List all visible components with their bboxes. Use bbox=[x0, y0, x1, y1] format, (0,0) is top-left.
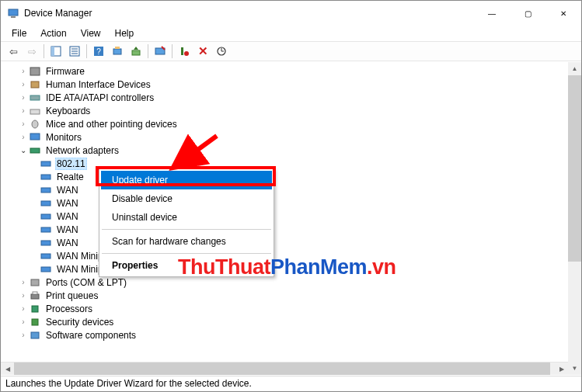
tree-node-ide[interactable]: ›IDE ATA/ATAPI controllers bbox=[7, 91, 581, 104]
monitor-icon bbox=[29, 132, 41, 143]
tree-node-adapter-wan[interactable]: WAN bbox=[7, 210, 581, 223]
tree-node-keyboards[interactable]: ›Keyboards bbox=[7, 104, 581, 117]
network-icon bbox=[29, 145, 41, 156]
toolbar: ⇦ ⇨ ? ✕ bbox=[1, 41, 581, 61]
disable-device-button[interactable] bbox=[151, 43, 169, 60]
menu-file[interactable]: File bbox=[5, 26, 33, 40]
hscroll-thumb[interactable] bbox=[14, 363, 550, 375]
context-menu: Update driver Disable device Uninstall d… bbox=[99, 168, 274, 277]
svg-rect-19 bbox=[30, 95, 40, 100]
tree-node-hid[interactable]: ›Human Interface Devices bbox=[7, 78, 581, 91]
adapter-icon bbox=[40, 211, 52, 222]
tree-node-ports[interactable]: ›Ports (COM & LPT) bbox=[7, 276, 581, 289]
adapter-icon bbox=[40, 224, 52, 235]
software-icon bbox=[29, 330, 41, 341]
vertical-scrollbar[interactable]: ▲ ▼ bbox=[568, 62, 581, 375]
tree-node-adapter-wan[interactable]: WAN bbox=[7, 196, 581, 210]
uninstall-device-button[interactable] bbox=[175, 43, 193, 60]
delete-button[interactable]: ✕ bbox=[193, 43, 212, 60]
menu-view[interactable]: View bbox=[75, 26, 107, 40]
svg-rect-0 bbox=[9, 9, 18, 16]
tree-node-adapter-realtek[interactable]: Realte bbox=[7, 170, 581, 183]
tree-node-security[interactable]: ›Security devices bbox=[7, 315, 581, 328]
svg-rect-18 bbox=[31, 82, 39, 88]
statusbar: Launches the Update Driver Wizard for th… bbox=[1, 376, 581, 391]
minimize-button[interactable]: — bbox=[474, 1, 510, 26]
scan-hardware-button[interactable] bbox=[108, 43, 127, 60]
tree-node-adapter-wan-sstp[interactable]: WAN Miniport (SSTP) bbox=[7, 262, 581, 276]
help-button[interactable]: ? bbox=[89, 43, 108, 60]
tree-node-monitors[interactable]: ›Monitors bbox=[7, 130, 581, 144]
tree-node-adapter-wan[interactable]: WAN bbox=[7, 223, 581, 236]
scroll-down-button[interactable]: ▼ bbox=[568, 362, 581, 375]
menu-action[interactable]: Action bbox=[34, 26, 72, 40]
scroll-up-button[interactable]: ▲ bbox=[568, 62, 581, 75]
cm-scan-hardware[interactable]: Scan for hardware changes bbox=[101, 232, 272, 251]
svg-point-15 bbox=[184, 51, 189, 56]
cpu-icon bbox=[29, 304, 41, 314]
cm-uninstall-device[interactable]: Uninstall device bbox=[101, 208, 272, 227]
ide-icon bbox=[29, 92, 41, 103]
svg-text:?: ? bbox=[96, 47, 101, 56]
firmware-icon bbox=[29, 66, 41, 77]
svg-rect-38 bbox=[31, 332, 39, 338]
svg-rect-25 bbox=[41, 175, 51, 179]
printer-icon bbox=[29, 290, 41, 301]
tree-node-software[interactable]: ›Software components bbox=[7, 328, 581, 342]
adapter-icon bbox=[40, 185, 52, 196]
refresh-button[interactable] bbox=[212, 43, 231, 60]
tree-node-adapter-wan[interactable]: WAN bbox=[7, 183, 581, 196]
menubar: File Action View Help bbox=[1, 26, 581, 41]
window-title: Device Manager bbox=[24, 8, 92, 19]
svg-rect-30 bbox=[41, 241, 51, 245]
adapter-icon bbox=[40, 264, 52, 275]
keyboard-icon bbox=[29, 106, 41, 116]
tree-node-adapter-wan[interactable]: WAN bbox=[7, 236, 581, 249]
tree-node-print-queues[interactable]: ›Print queues bbox=[7, 289, 581, 302]
svg-rect-24 bbox=[41, 161, 51, 166]
svg-rect-10 bbox=[113, 49, 121, 54]
svg-rect-37 bbox=[32, 319, 38, 325]
device-tree: ›Firmware ›Human Interface Devices ›IDE … bbox=[1, 61, 581, 366]
update-driver-button[interactable] bbox=[127, 43, 145, 60]
back-button[interactable]: ⇦ bbox=[4, 43, 23, 60]
svg-rect-11 bbox=[115, 47, 120, 49]
menu-help[interactable]: Help bbox=[109, 26, 141, 40]
ports-icon bbox=[29, 277, 41, 288]
scroll-thumb[interactable] bbox=[568, 75, 581, 262]
svg-rect-22 bbox=[30, 134, 40, 140]
svg-rect-1 bbox=[11, 16, 16, 18]
cm-separator bbox=[102, 253, 271, 254]
adapter-icon bbox=[40, 251, 52, 262]
svg-rect-14 bbox=[181, 47, 183, 55]
hid-icon bbox=[29, 79, 41, 90]
svg-rect-17 bbox=[30, 68, 40, 75]
scroll-right-button[interactable]: ▶ bbox=[555, 363, 568, 375]
maximize-button[interactable]: ▢ bbox=[510, 1, 545, 26]
cm-update-driver[interactable]: Update driver bbox=[101, 171, 272, 189]
forward-button[interactable]: ⇨ bbox=[23, 43, 41, 60]
adapter-icon bbox=[40, 158, 52, 169]
properties-button[interactable] bbox=[65, 43, 84, 60]
tree-node-adapter-80211[interactable]: 802.11 bbox=[7, 157, 581, 170]
adapter-icon bbox=[40, 238, 52, 248]
horizontal-scrollbar[interactable]: ◀ ▶ bbox=[1, 362, 568, 375]
svg-rect-20 bbox=[30, 109, 40, 114]
tree-node-mice[interactable]: ›Mice and other pointing devices bbox=[7, 117, 581, 130]
svg-rect-33 bbox=[31, 279, 39, 286]
show-hide-tree-button[interactable] bbox=[47, 43, 65, 60]
tree-node-adapter-wan-pptp[interactable]: WAN Miniport (PPTP) bbox=[7, 249, 581, 262]
svg-rect-36 bbox=[32, 306, 38, 312]
svg-rect-12 bbox=[132, 50, 140, 55]
tree-node-processors[interactable]: ›Processors bbox=[7, 302, 581, 315]
cm-disable-device[interactable]: Disable device bbox=[101, 189, 272, 208]
svg-rect-31 bbox=[41, 254, 51, 258]
cm-properties[interactable]: Properties bbox=[101, 256, 272, 275]
tree-node-network-adapters[interactable]: ⌄Network adapters bbox=[7, 144, 581, 157]
security-icon bbox=[29, 317, 41, 328]
cm-separator bbox=[102, 229, 271, 230]
svg-rect-26 bbox=[41, 188, 51, 193]
scroll-left-button[interactable]: ◀ bbox=[1, 363, 14, 375]
close-button[interactable]: ✕ bbox=[545, 1, 581, 26]
tree-node-firmware[interactable]: ›Firmware bbox=[7, 64, 581, 78]
